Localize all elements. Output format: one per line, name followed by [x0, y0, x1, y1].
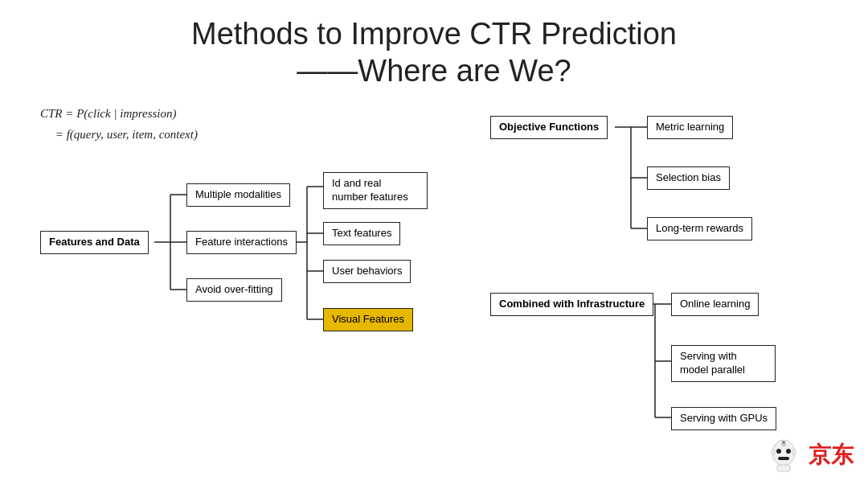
online-learning-box: Online learning [671, 293, 759, 316]
left-tree-container: Features and Data Multiple modalities Fe… [32, 162, 426, 347]
feature-interactions-label: Feature interactions [186, 231, 297, 254]
title-section: Methods to Improve CTR Prediction ——Wher… [32, 16, 836, 89]
content-area: CTR = P(click | impression) = f(query, u… [32, 104, 836, 458]
jd-logo-text: 京东 [809, 440, 854, 471]
visual-features-label: Visual Features [323, 308, 413, 331]
serving-gpus-box: Serving with GPUs [671, 407, 776, 430]
svg-rect-28 [772, 450, 775, 455]
obj-func-root: Objective Functions [490, 116, 608, 139]
sub-child-text-features: Text features [323, 222, 400, 245]
svg-point-26 [782, 441, 785, 444]
formula-line1: CTR = P(click | impression) [40, 104, 466, 125]
page: Methods to Improve CTR Prediction ——Wher… [0, 0, 868, 485]
long-term-rewards-box: Long-term rewards [647, 217, 752, 240]
jd-logo-area: 京东 [809, 440, 854, 471]
id-features-label: Id and real number features [323, 172, 428, 209]
child-feature-interactions: Feature interactions [186, 231, 297, 254]
sub-child-id-features: Id and real number features [323, 172, 428, 209]
text-features-label: Text features [323, 222, 400, 245]
child-multiple-modalities: Multiple modalities [186, 183, 290, 207]
long-term-rewards-label: Long-term rewards [647, 217, 752, 240]
selection-bias-label: Selection bias [647, 166, 730, 190]
online-learning-label: Online learning [671, 293, 759, 316]
obj-func-label: Objective Functions [490, 116, 608, 139]
infra-container: Combined with Infrastructure Online lear… [482, 281, 796, 458]
svg-rect-29 [792, 450, 796, 455]
serving-model-parallel-box: Serving with model parallel [671, 345, 776, 382]
sub-child-user-behaviors: User behaviors [323, 260, 411, 283]
watermark: 京东 [764, 435, 854, 475]
left-side: CTR = P(click | impression) = f(query, u… [32, 104, 466, 458]
infra-root: Combined with Infrastructure [490, 293, 653, 316]
user-behaviors-label: User behaviors [323, 260, 411, 283]
features-data-root: Features and Data [40, 231, 149, 254]
child-avoid-overfitting: Avoid over-fitting [186, 278, 282, 302]
title-line2: ——Where are We? [32, 53, 836, 90]
right-side: Objective Functions Metric learning Sele… [466, 104, 836, 458]
serving-gpus-label: Serving with GPUs [671, 407, 776, 430]
svg-rect-27 [777, 465, 790, 471]
jd-robot-icon [764, 435, 804, 475]
multiple-modalities-label: Multiple modalities [186, 183, 290, 207]
formula: CTR = P(click | impression) = f(query, u… [40, 104, 466, 145]
selection-bias-box: Selection bias [647, 166, 730, 190]
title-line1: Methods to Improve CTR Prediction [32, 16, 836, 53]
svg-point-22 [776, 449, 781, 454]
metric-learning-label: Metric learning [647, 116, 733, 139]
infra-label: Combined with Infrastructure [490, 293, 653, 316]
objective-functions-container: Objective Functions Metric learning Sele… [482, 104, 796, 273]
svg-rect-24 [778, 457, 789, 460]
formula-line2: = f(query, user, item, context) [40, 125, 466, 146]
metric-learning-box: Metric learning [647, 116, 733, 139]
features-data-label: Features and Data [40, 231, 149, 254]
serving-model-parallel-label: Serving with model parallel [671, 345, 776, 382]
svg-point-23 [786, 449, 791, 454]
sub-child-visual-features: Visual Features [323, 308, 413, 331]
avoid-overfitting-label: Avoid over-fitting [186, 278, 282, 302]
